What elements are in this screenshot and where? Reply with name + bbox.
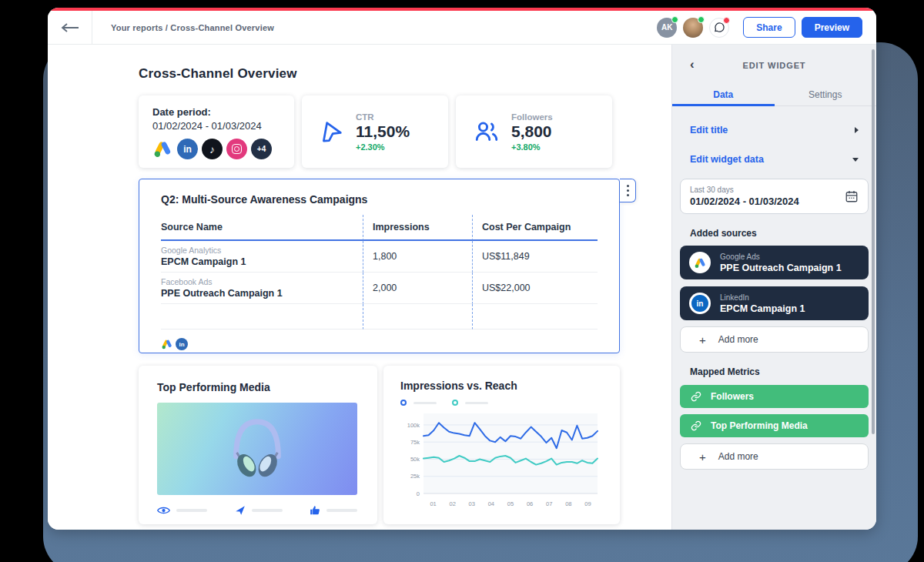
table-row-source: Google Analytics EPCM Campaign 1 — [161, 241, 363, 273]
followers-label: Followers — [511, 112, 553, 122]
notification-dot — [723, 17, 730, 24]
share-button[interactable]: Share — [743, 17, 795, 38]
date-preset: Last 30 days — [690, 186, 799, 194]
linkedin-icon: in — [177, 139, 198, 159]
source-campaign: PPE Outreach Campaign 1 — [720, 263, 842, 273]
avatar-initials-text: AK — [661, 23, 672, 32]
shares-icon — [235, 505, 246, 516]
active-tab-underline — [672, 104, 775, 106]
svg-text:04: 04 — [488, 500, 494, 507]
top-performing-media-card[interactable]: Top Performing Media — [139, 366, 377, 524]
avatar-initials[interactable]: AK — [657, 18, 677, 38]
followers-value: 5,800 — [511, 122, 553, 141]
legend-marker-blue — [400, 400, 407, 406]
sidebar-tabs: Data Settings — [672, 83, 876, 106]
followers-delta: +3.80% — [511, 142, 553, 152]
online-status-dot — [698, 16, 705, 23]
svg-text:50k: 50k — [410, 456, 420, 463]
date-range-value: 01/02/2024 - 01/03/2024 — [690, 196, 799, 207]
ctr-delta: +2.30% — [356, 142, 410, 152]
legend-label-placeholder — [413, 402, 437, 404]
edit-title-row[interactable]: Edit title — [690, 115, 859, 145]
svg-text:100k: 100k — [407, 422, 420, 429]
source-platform: LinkedIn — [720, 293, 805, 302]
mapped-metric-followers[interactable]: Followers — [680, 385, 869, 408]
cursor-icon — [319, 119, 345, 145]
calendar-icon — [845, 189, 859, 203]
svg-text:25k: 25k — [410, 473, 420, 480]
followers-icon — [473, 118, 500, 146]
preview-button[interactable]: Preview — [802, 17, 862, 38]
tab-data[interactable]: Data — [672, 83, 775, 105]
sidebar-back-button[interactable]: ‹ — [690, 56, 695, 73]
table-cell-cost: US$22,000 — [472, 273, 598, 304]
impressions-reach-chart: 100k75k50k25k0010203040506070809 — [400, 410, 602, 513]
views-icon — [157, 506, 170, 515]
column-header[interactable]: Cost Per Campaign — [472, 215, 598, 241]
table-empty-cell — [472, 304, 598, 330]
table-empty-cell — [161, 304, 363, 330]
ctr-card[interactable]: CTR 11,50% +2.30% — [302, 95, 448, 168]
avatar-photo[interactable] — [683, 18, 703, 38]
svg-text:02: 02 — [449, 500, 455, 507]
chevron-right-icon — [855, 127, 859, 133]
legend-item-impressions[interactable] — [400, 400, 437, 406]
shares-placeholder-bar — [252, 509, 283, 512]
table-widget-selected[interactable]: Q2: Multi-Source Awareness Campaigns Sou… — [139, 179, 620, 353]
link-icon — [691, 391, 701, 402]
topbar: Your reports / Cross-Channel Overview AK… — [48, 11, 876, 45]
app-window: Your reports / Cross-Channel Overview AK… — [48, 8, 876, 530]
google-ads-icon — [152, 139, 173, 159]
likes-placeholder-bar — [326, 509, 357, 512]
edit-widget-data-row[interactable]: Edit widget data — [690, 145, 859, 174]
widget-title: Q2: Multi-Source Awareness Campaigns — [161, 193, 598, 206]
chevron-down-icon — [852, 158, 859, 162]
svg-text:75k: 75k — [410, 439, 420, 446]
more-sources-badge[interactable]: +4 — [251, 139, 272, 159]
widget-menu-button[interactable] — [620, 179, 636, 202]
source-card-google-ads[interactable]: Google Ads PPE Outreach Campaign 1 — [680, 246, 869, 279]
added-sources-label: Added sources — [690, 228, 859, 239]
link-icon — [691, 420, 701, 431]
followers-card[interactable]: Followers 5,800 +3.80% — [456, 95, 612, 168]
likes-icon — [310, 505, 320, 516]
back-button[interactable] — [48, 11, 92, 44]
mapped-metric-top-performing-media[interactable]: Top Performing Media — [680, 414, 869, 437]
instagram-icon — [226, 139, 247, 159]
add-metric-button[interactable]: + Add more — [680, 443, 869, 470]
svg-text:09: 09 — [584, 500, 591, 507]
table-cell-impressions: 2,000 — [363, 273, 472, 304]
table-row-source: Facebook Ads PPE Outreach Campaign 1 — [161, 273, 363, 304]
table-cell-impressions: 1,800 — [363, 241, 472, 273]
svg-text:08: 08 — [565, 500, 571, 507]
date-range-picker[interactable]: Last 30 days 01/02/2024 - 01/03/2024 — [680, 179, 869, 214]
chat-button[interactable] — [709, 18, 729, 38]
column-header[interactable]: Source Name — [161, 215, 363, 241]
legend-item-reach[interactable] — [452, 400, 488, 406]
impressions-reach-card[interactable]: Impressions vs. Reach 100k75k50k25k00102… — [383, 366, 620, 524]
media-card-title: Top Performing Media — [157, 381, 359, 393]
ctr-label: CTR — [356, 112, 410, 122]
google-ads-icon — [689, 252, 711, 273]
kpi-row: Date period: 01/02/2024 - 01/03/2024 in … — [139, 95, 620, 168]
svg-text:05: 05 — [507, 500, 514, 507]
legend-marker-teal — [452, 400, 458, 406]
tab-settings[interactable]: Settings — [775, 83, 877, 105]
source-campaign: EPCM Campaign 1 — [720, 303, 805, 314]
svg-text:0: 0 — [417, 490, 420, 497]
mapped-metrics-label: Mapped Metrics — [690, 366, 859, 377]
add-source-button[interactable]: + Add more — [680, 326, 869, 353]
table-cell-cost: US$11,849 — [472, 241, 598, 273]
source-card-linkedin[interactable]: in LinkedIn EPCM Campaign 1 — [680, 286, 869, 320]
report-canvas: Cross-Channel Overview Date period: 01/0… — [48, 45, 671, 530]
date-period-range: 01/02/2024 - 01/03/2024 — [152, 120, 280, 132]
chart-legend — [400, 400, 604, 406]
sidebar-scrollbar[interactable] — [872, 49, 875, 434]
report-title: Cross-Channel Overview — [139, 66, 671, 82]
breadcrumb[interactable]: Your reports / Cross-Channel Overview — [111, 23, 274, 32]
sidebar-header: EDIT WIDGET — [680, 61, 869, 70]
column-header[interactable]: Impressions — [363, 215, 472, 241]
views-placeholder-bar — [176, 509, 207, 512]
date-period-label: Date period: — [152, 106, 280, 118]
date-period-card[interactable]: Date period: 01/02/2024 - 01/03/2024 in … — [139, 95, 294, 168]
